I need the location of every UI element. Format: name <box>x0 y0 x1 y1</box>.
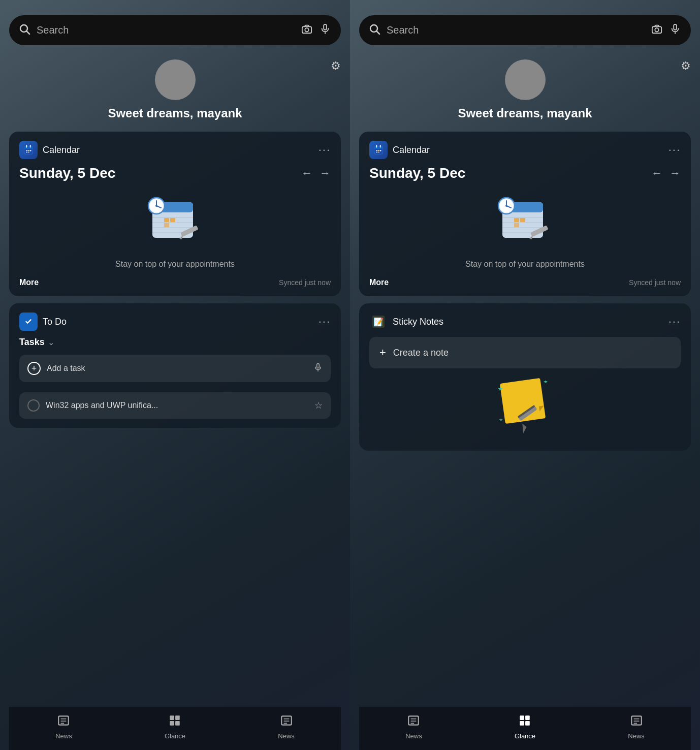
sticky-more-btn-right[interactable]: ··· <box>669 315 681 328</box>
calendar-more-link-left[interactable]: More <box>19 278 39 287</box>
mic-icon-left[interactable] <box>320 23 331 37</box>
cal-back-arrow-left[interactable]: ← <box>301 167 312 180</box>
cal-back-arrow-right[interactable]: ← <box>651 167 662 180</box>
task-checkbox-left[interactable] <box>27 399 40 412</box>
news-icon-left <box>57 714 70 730</box>
settings-icon-left[interactable]: ⚙ <box>331 59 341 73</box>
calendar-date-row-right: Sunday, 5 Dec ← → <box>369 165 681 181</box>
todo-card-left: To Do ··· Tasks ⌄ + Add a task <box>9 303 341 428</box>
svg-rect-70 <box>514 223 519 227</box>
search-icon-left <box>19 24 30 37</box>
nav-glance-right[interactable]: Glance <box>515 714 535 740</box>
nav-news-label-right: News <box>405 732 422 740</box>
calendar-card-footer-left: More Synced just now <box>19 278 331 287</box>
todo-app-name-left: To Do <box>43 317 67 327</box>
svg-rect-7 <box>24 146 33 149</box>
nav-glance-left[interactable]: Glance <box>165 714 185 740</box>
calendar-illustration-left <box>19 190 331 251</box>
news2-icon-right <box>630 714 643 730</box>
svg-rect-22 <box>170 218 175 222</box>
calendar-date-row-left: Sunday, 5 Dec ← → <box>19 165 331 181</box>
svg-line-1 <box>27 31 30 34</box>
nav-news2-left[interactable]: News <box>278 714 295 740</box>
svg-rect-68 <box>514 218 519 222</box>
search-input-right[interactable]: Search <box>387 24 645 36</box>
tasks-label-left: Tasks <box>19 337 45 348</box>
nav-news2-label-left: News <box>278 732 295 740</box>
svg-marker-88 <box>518 423 528 433</box>
search-bar-left[interactable]: Search <box>9 15 341 45</box>
todo-card-header-left: To Do ··· <box>19 312 331 331</box>
sticky-card-right: 📝 Sticky Notes ··· + Create a note <box>359 303 691 451</box>
svg-rect-11 <box>28 150 29 151</box>
sync-text-left: Synced just now <box>279 278 331 287</box>
glance-icon-left <box>168 714 181 730</box>
search-bar-right[interactable]: Search <box>359 15 691 45</box>
right-phone-panel: Search <box>350 0 700 750</box>
add-task-row-left[interactable]: + Add a task <box>19 355 331 382</box>
svg-point-28 <box>155 205 157 207</box>
camera-icon-right[interactable] <box>651 23 662 37</box>
calendar-app-icon-left <box>19 141 38 159</box>
calendar-date-right: Sunday, 5 Dec <box>369 165 465 181</box>
mic-icon-right[interactable] <box>670 23 681 37</box>
svg-point-3 <box>305 28 308 32</box>
svg-marker-86 <box>499 418 503 421</box>
calendar-card-footer-right: More Synced just now <box>369 278 681 287</box>
calendar-more-link-right[interactable]: More <box>369 278 389 287</box>
profile-section-left: ⚙ Sweet dreams, mayank <box>9 59 341 120</box>
svg-rect-14 <box>28 152 29 153</box>
calendar-illustration-right <box>369 190 681 251</box>
svg-rect-59 <box>380 150 381 151</box>
avatar-left <box>155 59 196 100</box>
svg-rect-51 <box>674 24 677 30</box>
left-phone-panel: Search <box>0 0 350 750</box>
svg-rect-94 <box>520 715 525 720</box>
todo-more-btn-left[interactable]: ··· <box>319 315 331 328</box>
calendar-app-name-right: Calendar <box>393 145 430 155</box>
svg-point-50 <box>655 28 658 32</box>
svg-rect-97 <box>526 721 530 726</box>
nav-news-left[interactable]: News <box>55 714 72 740</box>
settings-icon-right[interactable]: ⚙ <box>681 59 691 73</box>
nav-news2-right[interactable]: News <box>628 714 645 740</box>
tasks-header-left: Tasks ⌄ <box>19 337 331 348</box>
cal-forward-arrow-left[interactable]: → <box>320 167 331 180</box>
calendar-more-btn-right[interactable]: ··· <box>669 143 681 157</box>
svg-rect-12 <box>30 150 31 151</box>
tasks-chevron-left[interactable]: ⌄ <box>48 337 54 347</box>
sticky-card-header-right: 📝 Sticky Notes ··· <box>369 312 681 331</box>
task-star-left[interactable]: ☆ <box>314 400 323 411</box>
svg-rect-23 <box>164 223 169 227</box>
create-note-plus-icon-right: + <box>379 346 386 359</box>
sync-text-right: Synced just now <box>629 278 681 287</box>
profile-section-right: ⚙ Sweet dreams, mayank <box>359 59 691 120</box>
create-note-btn-right[interactable]: + Create a note <box>369 337 681 368</box>
calendar-card-header-left: Calendar ··· <box>19 141 331 159</box>
greeting-right: Sweet dreams, mayank <box>458 106 592 120</box>
svg-rect-13 <box>26 152 27 153</box>
add-task-mic-left[interactable] <box>313 363 323 374</box>
svg-rect-54 <box>374 146 383 149</box>
appointment-text-right: Stay on top of your appointments <box>369 260 681 269</box>
calendar-more-btn-left[interactable]: ··· <box>319 143 331 157</box>
svg-rect-58 <box>378 150 379 151</box>
cal-forward-arrow-right[interactable]: → <box>670 167 681 180</box>
calendar-app-name-left: Calendar <box>43 145 80 155</box>
nav-news-right[interactable]: News <box>405 714 422 740</box>
sticky-app-name-right: Sticky Notes <box>393 317 443 327</box>
task-text-left: Win32 apps and UWP unifica... <box>46 401 308 410</box>
task-row-left[interactable]: Win32 apps and UWP unifica... ☆ <box>19 392 331 419</box>
avatar-right <box>505 59 546 100</box>
create-note-text-right: Create a note <box>393 348 449 358</box>
camera-icon-left[interactable] <box>301 23 312 37</box>
search-input-left[interactable]: Search <box>37 24 295 36</box>
news-icon-right <box>407 714 420 730</box>
sticky-illustration-right <box>369 376 681 436</box>
nav-news2-label-right: News <box>628 732 645 740</box>
svg-rect-95 <box>526 715 530 720</box>
svg-rect-21 <box>164 218 169 222</box>
svg-rect-33 <box>317 363 320 368</box>
calendar-card-header-right: Calendar ··· <box>369 141 681 159</box>
svg-line-48 <box>377 31 380 34</box>
